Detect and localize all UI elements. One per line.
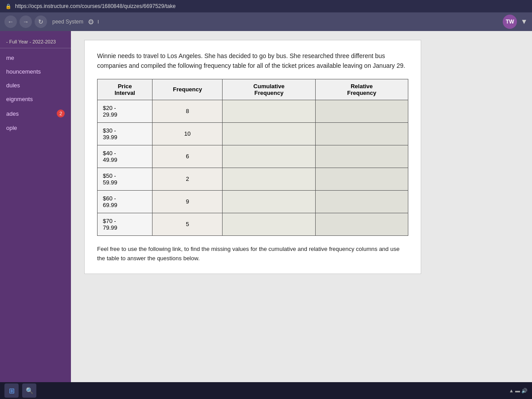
table-header-row: PriceInterval Frequency CumulativeFreque… xyxy=(98,79,408,100)
cumul-2 xyxy=(223,122,315,145)
lock-icon: 🔒 xyxy=(5,4,12,9)
sidebar-item-me[interactable]: me xyxy=(0,51,71,65)
url-text: https://ocps.instructure.com/courses/168… xyxy=(15,3,176,9)
rel-4 xyxy=(315,168,408,190)
table-row: $70 -79.99 5 xyxy=(98,213,408,235)
col-header-price: PriceInterval xyxy=(98,79,153,100)
table-row: $60 -69.99 9 xyxy=(98,190,408,213)
sidebar-item-modules[interactable]: dules xyxy=(0,78,71,92)
col-header-frequency: Frequency xyxy=(153,79,223,100)
back-button[interactable]: ← xyxy=(4,16,17,28)
taskbar: ⊞ 🔍 ▲ ▬ 🔊 xyxy=(0,382,532,399)
browser-chrome: 🔒 https://ocps.instructure.com/courses/1… xyxy=(0,0,532,31)
frequency-table: PriceInterval Frequency CumulativeFreque… xyxy=(97,79,408,236)
taskbar-icons: ▲ ▬ 🔊 xyxy=(509,388,528,394)
price-6: $70 -79.99 xyxy=(98,213,153,235)
search-icon: 🔍 xyxy=(26,387,33,394)
rel-2 xyxy=(315,122,408,145)
footer-text: Feel free to use the following link, to … xyxy=(97,245,408,263)
rel-1 xyxy=(315,100,408,122)
table-row: $50 -59.99 2 xyxy=(98,168,408,190)
content-box: Winnie needs to travel to Los Angeles. S… xyxy=(84,40,421,274)
rel-3 xyxy=(315,145,408,168)
intro-text: Winnie needs to travel to Los Angeles. S… xyxy=(97,51,408,71)
price-1: $20 -29.99 xyxy=(98,100,153,122)
url-bar: 🔒 https://ocps.instructure.com/courses/1… xyxy=(0,0,532,12)
taskbar-search[interactable]: 🔍 xyxy=(22,383,36,398)
price-5: $60 -69.99 xyxy=(98,190,153,213)
cumul-6 xyxy=(223,213,315,235)
refresh-button[interactable]: ↻ xyxy=(35,16,47,28)
freq-3: 6 xyxy=(153,145,223,168)
profile-button[interactable]: TW xyxy=(503,15,517,29)
sidebar-item-announcements[interactable]: houncements xyxy=(0,65,71,78)
sidebar-item-assignments[interactable]: eignments xyxy=(0,92,71,106)
sidebar-item-people[interactable]: ople xyxy=(0,121,71,135)
price-2: $30 -39.99 xyxy=(98,122,153,145)
freq-4: 2 xyxy=(153,168,223,190)
price-3: $40 -49.99 xyxy=(98,145,153,168)
sidebar-item-grades[interactable]: ades 2 xyxy=(0,106,71,121)
table-row: $20 -29.99 8 xyxy=(98,100,408,122)
freq-6: 5 xyxy=(153,213,223,235)
taskbar-start[interactable]: ⊞ xyxy=(4,383,19,398)
rel-5 xyxy=(315,190,408,213)
freq-5: 9 xyxy=(153,190,223,213)
settings-icon: ⚙ xyxy=(88,18,94,26)
table-row: $30 -39.99 10 xyxy=(98,122,408,145)
sidebar-header: - Full Year - 2022-2023 xyxy=(0,35,71,48)
cumul-1 xyxy=(223,100,315,122)
cumul-5 xyxy=(223,190,315,213)
cumul-3 xyxy=(223,145,315,168)
freq-2: 10 xyxy=(153,122,223,145)
col-header-cumulative: CumulativeFrequency xyxy=(223,79,315,100)
forward-button[interactable]: → xyxy=(20,16,32,28)
windows-icon: ⊞ xyxy=(9,387,15,395)
sidebar: - Full Year - 2022-2023 me houncements d… xyxy=(0,31,71,399)
main-layout: - Full Year - 2022-2023 me houncements d… xyxy=(0,31,532,399)
taskbar-right: ▲ ▬ 🔊 xyxy=(509,388,528,394)
content-area: Winnie needs to travel to Los Angeles. S… xyxy=(71,31,532,399)
col-header-relative: RelativeFrequency xyxy=(315,79,408,100)
dropdown-icon[interactable]: ▼ xyxy=(520,18,528,26)
freq-1: 8 xyxy=(153,100,223,122)
speed-system-label: peed System xyxy=(52,19,83,25)
rel-6 xyxy=(315,213,408,235)
cumul-4 xyxy=(223,168,315,190)
info-label: I xyxy=(98,19,99,24)
price-4: $50 -59.99 xyxy=(98,168,153,190)
grades-badge: 2 xyxy=(57,110,65,117)
browser-toolbar: ← → ↻ peed System ⚙ I TW ▼ xyxy=(0,12,532,31)
table-row: $40 -49.99 6 xyxy=(98,145,408,168)
